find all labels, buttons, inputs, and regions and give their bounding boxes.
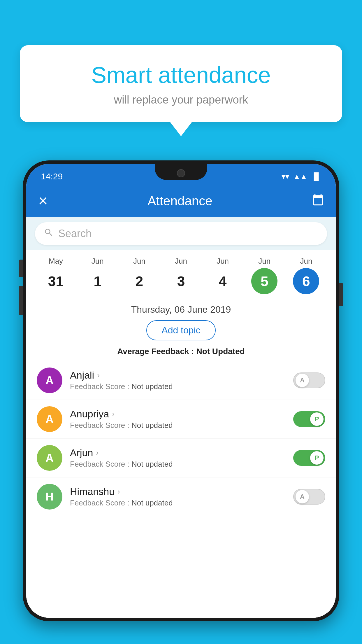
student-item[interactable]: AAnupriya ›Feedback Score : Not updatedP	[26, 400, 336, 439]
student-info: Arjun ›Feedback Score : Not updated	[70, 447, 286, 469]
calendar-date-item[interactable]: Jun6	[293, 257, 319, 294]
day-number[interactable]: 3	[168, 268, 194, 294]
calendar-date-item[interactable]: Jun2	[126, 257, 152, 294]
student-name: Anupriya ›	[70, 408, 286, 420]
feedback-score: Feedback Score : Not updated	[70, 421, 286, 430]
chevron-icon: ›	[112, 410, 115, 419]
battery-icon: ▐▌	[311, 172, 321, 181]
toggle-knob: P	[310, 412, 324, 426]
phone-screen: 14:29 ▾▾ ▲▲ ▐▌ ✕ Attendance	[26, 164, 336, 618]
student-list: AAnjali ›Feedback Score : Not updatedAAA…	[26, 361, 336, 618]
student-info: Himanshu ›Feedback Score : Not updated	[70, 486, 286, 508]
avatar: A	[37, 368, 62, 393]
bubble-subtitle: will replace your paperwork	[34, 94, 328, 106]
calendar-strip: May31Jun1Jun2Jun3Jun4Jun5Jun6	[26, 250, 336, 297]
calendar-date-item[interactable]: Jun1	[85, 257, 111, 294]
calendar-date-item[interactable]: Jun3	[168, 257, 194, 294]
month-label: Jun	[175, 257, 187, 266]
month-label: Jun	[133, 257, 145, 266]
attendance-toggle[interactable]: P	[293, 411, 325, 427]
chevron-icon: ›	[96, 448, 99, 457]
student-name: Anjali ›	[70, 370, 286, 381]
header-title: Attendance	[147, 194, 212, 208]
volume-up-button	[19, 260, 23, 277]
student-info: Anupriya ›Feedback Score : Not updated	[70, 408, 286, 430]
toggle-knob: A	[296, 490, 309, 503]
student-item[interactable]: AAnjali ›Feedback Score : Not updatedA	[26, 361, 336, 400]
calendar-date-item[interactable]: May31	[43, 257, 69, 294]
student-item[interactable]: AArjun ›Feedback Score : Not updatedP	[26, 439, 336, 477]
search-icon	[44, 228, 54, 240]
toggle-knob: A	[296, 374, 309, 387]
day-number[interactable]: 4	[210, 268, 236, 294]
add-topic-button[interactable]: Add topic	[146, 320, 215, 340]
chevron-icon: ›	[97, 371, 100, 380]
day-number[interactable]: 1	[85, 268, 111, 294]
day-number[interactable]: 6	[293, 268, 319, 294]
avatar: H	[37, 484, 62, 510]
attendance-toggle[interactable]: A	[293, 372, 325, 388]
signal-icon: ▲▲	[293, 172, 307, 181]
attendance-toggle[interactable]: P	[293, 450, 325, 466]
student-info: Anjali ›Feedback Score : Not updated	[70, 370, 286, 391]
wifi-icon: ▾▾	[282, 172, 289, 181]
chevron-icon: ›	[117, 487, 120, 496]
month-label: Jun	[258, 257, 270, 266]
month-label: Jun	[217, 257, 229, 266]
date-info: Thursday, 06 June 2019 Add topic Average…	[26, 297, 336, 361]
attendance-toggle[interactable]: A	[293, 489, 325, 505]
feedback-score: Feedback Score : Not updated	[70, 498, 286, 508]
search-input-wrapper[interactable]: Search	[35, 222, 327, 245]
student-name: Himanshu ›	[70, 486, 286, 497]
search-input[interactable]: Search	[58, 228, 92, 240]
feedback-score: Feedback Score : Not updated	[70, 382, 286, 391]
month-label: Jun	[300, 257, 312, 266]
student-name: Arjun ›	[70, 447, 286, 459]
phone-frame: 14:29 ▾▾ ▲▲ ▐▌ ✕ Attendance	[23, 160, 339, 621]
status-time: 14:29	[41, 172, 63, 181]
power-button	[339, 283, 343, 306]
selected-date: Thursday, 06 June 2019	[35, 304, 327, 315]
status-icons: ▾▾ ▲▲ ▐▌	[282, 172, 321, 181]
day-number[interactable]: 5	[251, 268, 277, 294]
volume-down-button	[19, 286, 23, 315]
day-number[interactable]: 31	[43, 268, 69, 294]
student-item[interactable]: HHimanshu ›Feedback Score : Not updatedA	[26, 477, 336, 516]
month-label: May	[49, 257, 63, 266]
phone-notch	[155, 164, 207, 180]
phone-camera	[177, 169, 185, 177]
calendar-icon[interactable]	[312, 194, 324, 209]
speech-bubble: Smart attendance will replace your paper…	[20, 45, 342, 122]
avatar: A	[37, 445, 62, 471]
phone-wrapper: 14:29 ▾▾ ▲▲ ▐▌ ✕ Attendance	[23, 160, 339, 644]
avatar: A	[37, 406, 62, 432]
bubble-title: Smart attendance	[34, 63, 328, 88]
month-label: Jun	[92, 257, 104, 266]
feedback-score: Feedback Score : Not updated	[70, 460, 286, 469]
avg-feedback: Average Feedback : Not Updated	[35, 347, 327, 356]
day-number[interactable]: 2	[126, 268, 152, 294]
close-button[interactable]: ✕	[38, 194, 48, 208]
search-container: Search	[26, 217, 336, 250]
calendar-date-item[interactable]: Jun4	[210, 257, 236, 294]
app-header: ✕ Attendance	[26, 185, 336, 217]
toggle-knob: P	[310, 451, 324, 465]
calendar-date-item[interactable]: Jun5	[251, 257, 277, 294]
